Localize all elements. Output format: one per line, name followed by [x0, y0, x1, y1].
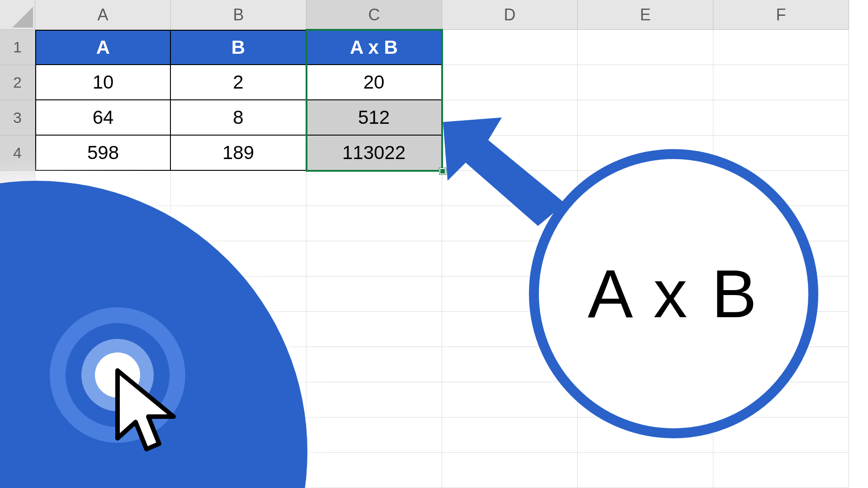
cell-B5[interactable]	[171, 171, 307, 206]
cell-F1[interactable]	[713, 30, 849, 65]
col-header-F[interactable]: F	[713, 0, 849, 30]
cell-E3[interactable]	[578, 100, 713, 136]
cell-C3[interactable]: 512	[307, 100, 442, 136]
row-header-3[interactable]: 3	[0, 100, 35, 136]
cell-A4[interactable]: 598	[35, 136, 171, 171]
callout-bubble: A x B	[529, 149, 818, 438]
row-1: 1 A B A x B	[0, 30, 868, 65]
row-3: 3 64 8 512	[0, 100, 868, 136]
cell-D1[interactable]	[442, 30, 578, 65]
cell-D2[interactable]	[442, 65, 578, 100]
cell-A3[interactable]: 64	[35, 100, 171, 136]
row-header-2[interactable]: 2	[0, 65, 35, 100]
column-header-row: A B C D E F	[0, 0, 868, 30]
cell-C1[interactable]: A x B	[307, 30, 442, 65]
cell-B1[interactable]: B	[171, 30, 307, 65]
cell-C2[interactable]: 20	[307, 65, 442, 100]
col-header-C[interactable]: C	[307, 0, 442, 30]
col-header-E[interactable]: E	[578, 0, 713, 30]
cell-F2[interactable]	[713, 65, 849, 100]
cell-C7[interactable]	[307, 241, 442, 277]
cell-E2[interactable]	[578, 65, 713, 100]
cell-C5[interactable]	[307, 171, 442, 206]
select-all-corner[interactable]	[0, 0, 35, 30]
cell-B2[interactable]: 2	[171, 65, 307, 100]
cursor-icon	[108, 366, 199, 470]
row-2: 2 10 2 20	[0, 65, 868, 100]
cell-C6[interactable]	[307, 206, 442, 241]
callout-text: A x B	[588, 255, 760, 333]
cell-A1[interactable]: A	[35, 30, 171, 65]
cell-B4[interactable]: 189	[171, 136, 307, 171]
spreadsheet-stage: A B C D E F 1 A B A x B 2 10 2 20	[0, 0, 868, 488]
col-header-B[interactable]: B	[171, 0, 307, 30]
cell-B3[interactable]: 8	[171, 100, 307, 136]
cell-C4[interactable]: 113022	[307, 136, 442, 171]
col-header-D[interactable]: D	[442, 0, 578, 30]
row-header-1[interactable]: 1	[0, 30, 35, 65]
cell-E1[interactable]	[578, 30, 713, 65]
cell-A2[interactable]: 10	[35, 65, 171, 100]
cell-F3[interactable]	[713, 100, 849, 136]
col-header-A[interactable]: A	[35, 0, 171, 30]
row-header-4[interactable]: 4	[0, 136, 35, 171]
